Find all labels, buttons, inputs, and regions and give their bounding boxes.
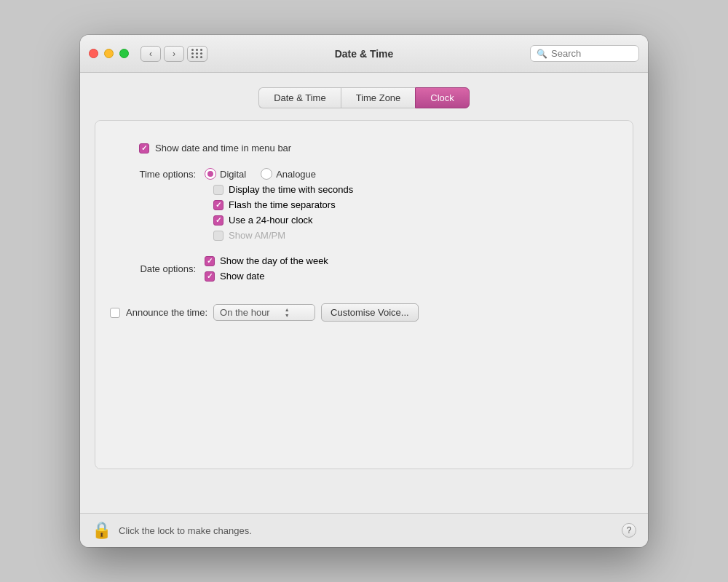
show-menu-bar-row: Show date and time in menu bar — [110, 143, 618, 154]
display-seconds-text: Display the time with seconds — [229, 184, 353, 195]
date-options-label: Date options: — [110, 263, 205, 274]
announce-dropdown[interactable]: On the hour — [213, 304, 315, 321]
close-button[interactable] — [89, 49, 98, 58]
flash-separators-text: Flash the time separators — [229, 199, 336, 210]
show-day-text: Show the day of the week — [220, 255, 328, 266]
grid-button[interactable] — [187, 46, 207, 62]
flash-separators-option[interactable]: Flash the time separators — [213, 199, 618, 210]
show-menu-bar-checkbox[interactable] — [139, 143, 149, 154]
display-seconds-option[interactable]: Display the time with seconds — [213, 184, 618, 195]
show-menu-bar-label[interactable]: Show date and time in menu bar — [139, 143, 291, 154]
show-date-checkbox[interactable] — [205, 271, 215, 282]
help-button[interactable]: ? — [622, 523, 636, 538]
back-button[interactable]: ‹ — [141, 46, 161, 62]
use-24hour-checkbox[interactable] — [213, 215, 223, 226]
use-24hour-text: Use a 24-hour clock — [229, 215, 313, 226]
nav-buttons: ‹ › — [141, 46, 184, 62]
bottom-bar: 🔒 Click the lock to make changes. ? — [80, 513, 648, 547]
analogue-radio-label[interactable]: Analogue — [261, 168, 316, 180]
date-options-group: Date options: Show the day of the week S… — [110, 255, 618, 282]
show-ampm-checkbox[interactable] — [213, 231, 223, 241]
search-input[interactable] — [551, 48, 633, 59]
lock-text: Click the lock to make changes. — [119, 525, 252, 536]
window-title: Date & Time — [335, 48, 394, 60]
use-24hour-option[interactable]: Use a 24-hour clock — [213, 215, 618, 226]
tab-time-zone[interactable]: Time Zone — [341, 87, 416, 108]
dropdown-arrow-icon — [285, 307, 290, 318]
show-date-text: Show date — [220, 271, 264, 282]
time-options-row: Time options: Digital Analogue — [110, 168, 618, 180]
search-icon: 🔍 — [537, 49, 547, 59]
analogue-radio[interactable] — [261, 168, 272, 180]
traffic-lights — [89, 49, 129, 58]
date-checkboxes: Show the day of the week Show date — [205, 255, 328, 282]
lock-icon[interactable]: 🔒 — [92, 521, 111, 540]
main-window: ‹ › Date & Time 🔍 Date & Time Time Zone … — [80, 35, 648, 547]
announce-checkbox[interactable] — [110, 308, 120, 318]
tab-bar: Date & Time Time Zone Clock — [95, 87, 633, 108]
show-day-checkbox[interactable] — [205, 256, 215, 266]
forward-button[interactable]: › — [164, 46, 184, 62]
tab-clock[interactable]: Clock — [415, 87, 470, 108]
dropdown-value: On the hour — [220, 307, 270, 318]
date-options-row: Date options: Show the day of the week S… — [110, 255, 618, 282]
analogue-label: Analogue — [276, 169, 316, 180]
announce-label: Announce the time: — [126, 307, 207, 318]
minimize-button[interactable] — [104, 49, 114, 58]
grid-icon — [191, 49, 203, 58]
show-date-option[interactable]: Show date — [205, 271, 328, 282]
show-menu-bar-text: Show date and time in menu bar — [155, 143, 291, 154]
digital-radio-label[interactable]: Digital — [205, 168, 246, 180]
announce-row: Announce the time: On the hour Customise… — [110, 303, 618, 322]
flash-separators-checkbox[interactable] — [213, 200, 223, 210]
digital-radio[interactable] — [205, 168, 216, 180]
customise-voice-button[interactable]: Customise Voice... — [321, 303, 419, 322]
show-day-option[interactable]: Show the day of the week — [205, 255, 328, 266]
content-area: Date & Time Time Zone Clock Show date an… — [80, 73, 648, 513]
time-options-group: Time options: Digital Analogue — [110, 168, 618, 241]
tab-date-time[interactable]: Date & Time — [258, 87, 341, 108]
search-box[interactable]: 🔍 — [530, 45, 639, 62]
maximize-button[interactable] — [119, 49, 129, 58]
radio-group: Digital Analogue — [205, 168, 316, 180]
time-options-label: Time options: — [110, 169, 205, 180]
settings-panel: Show date and time in menu bar Time opti… — [95, 120, 633, 469]
sub-options: Display the time with seconds Flash the … — [110, 184, 618, 241]
titlebar: ‹ › Date & Time 🔍 — [80, 35, 648, 73]
show-ampm-option[interactable]: Show AM/PM — [213, 230, 618, 241]
show-ampm-text: Show AM/PM — [229, 230, 285, 241]
display-seconds-checkbox[interactable] — [213, 185, 223, 195]
digital-label: Digital — [220, 169, 246, 180]
